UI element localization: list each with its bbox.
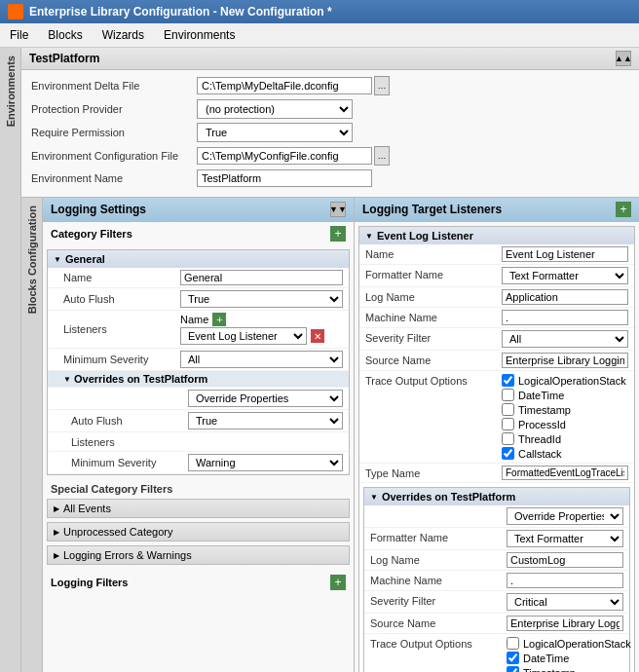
env-name-input[interactable] <box>197 169 372 187</box>
menu-wizards[interactable]: Wizards <box>93 25 154 45</box>
el-trace-timestamp-cb[interactable] <box>502 403 514 416</box>
special-unprocessed-header[interactable]: ▶ Unprocessed Category <box>48 523 349 541</box>
category-filters-title: Category Filters <box>51 228 132 240</box>
el-name-input[interactable] <box>502 246 628 262</box>
listener-remove-btn[interactable]: ✕ <box>311 329 324 343</box>
all-events-label: All Events <box>63 503 111 514</box>
general-minsev-select[interactable]: All <box>180 351 343 368</box>
overrides-type-select[interactable]: Override Properties <box>188 390 343 407</box>
general-minsev-row: Minimum Severity All <box>48 349 349 371</box>
env-config-browse[interactable]: … <box>374 146 390 166</box>
add-listener-btn[interactable]: + <box>212 313 226 326</box>
env-delta-row: Environment Delta File … <box>31 76 629 95</box>
logging-panel-header: Logging Settings ▼▼ <box>43 198 354 222</box>
el-logname-label: Log Name <box>365 289 502 303</box>
el-ov-type-value: Override Properties <box>507 507 623 525</box>
el-overrides-triangle: ▼ <box>370 493 378 502</box>
special-all-events-header[interactable]: ▶ All Events <box>48 500 349 517</box>
ov-listeners-row: Listeners <box>48 432 349 452</box>
el-ov-type-label <box>370 507 507 509</box>
el-ov-severity-label: Severity Filter <box>370 593 507 607</box>
overrides-header-row[interactable]: ▼ Overrides on TestPlatform <box>48 371 349 388</box>
general-section-header[interactable]: ▼ General <box>48 250 349 268</box>
general-autoflush-label: Auto Flush <box>63 293 180 305</box>
el-trace-logical-cb[interactable] <box>502 374 514 387</box>
environments-label: Environments <box>2 48 19 134</box>
el-name-label: Name <box>365 246 502 260</box>
general-section: ▼ General Name Auto Flush <box>47 249 350 475</box>
el-severity-select[interactable]: All <box>502 330 628 348</box>
logging-collapse-btn[interactable]: ▼▼ <box>330 202 346 217</box>
el-ov-formatter-row: Formatter Name Text Formatter <box>364 528 629 550</box>
logging-filters-header: Logging Filters + <box>43 571 354 594</box>
el-machine-input[interactable] <box>502 310 628 325</box>
el-source-input[interactable] <box>502 353 628 368</box>
el-typename-value <box>502 466 628 480</box>
el-ov-trace-label: Trace Output Options <box>370 636 507 650</box>
el-trace-processid: ProcessId <box>502 417 628 431</box>
el-ov-source-input[interactable] <box>507 616 623 631</box>
el-ov-machine-value <box>507 573 623 588</box>
menu-file[interactable]: File <box>0 25 38 45</box>
el-ov-trace-value: LogicalOperationStack DateTime Timestamp <box>507 636 631 672</box>
el-trace-callstack-cb[interactable] <box>502 447 514 460</box>
el-typename-input[interactable] <box>502 466 628 480</box>
el-ov-type-row: Override Properties <box>364 505 629 528</box>
el-trace-logical-label: LogicalOperationStack <box>518 375 626 387</box>
add-listener-panel-btn[interactable]: + <box>616 202 631 217</box>
el-overrides-header[interactable]: ▼ Overrides on TestPlatform <box>364 488 629 505</box>
el-ov-logname-input[interactable] <box>507 552 623 568</box>
el-trace-datetime: DateTime <box>502 388 628 402</box>
event-log-section-header[interactable]: ▼ Event Log Listener <box>359 227 634 244</box>
env-name-value <box>197 169 629 187</box>
menu-environments[interactable]: Environments <box>154 25 244 45</box>
el-typename-row: Type Name <box>359 464 634 483</box>
general-listeners-row: Listeners Name + Event Log Listener ✕ <box>48 311 349 349</box>
el-trace-threadid-cb[interactable] <box>502 432 514 445</box>
env-delta-browse[interactable]: … <box>374 76 390 95</box>
el-ov-trace-timestamp-cb[interactable] <box>507 666 519 672</box>
env-delta-value: … <box>197 76 629 95</box>
overrides-triangle: ▼ <box>63 375 71 384</box>
collapse-btn[interactable]: ▲▲ <box>616 51 631 66</box>
special-logging-errors-header[interactable]: ▶ Logging Errors & Warnings <box>48 546 349 564</box>
env-config-label: Environment Configuration File <box>31 150 197 162</box>
listener-select[interactable]: Event Log Listener <box>180 327 307 345</box>
el-formatter-row: Formatter Name Text Formatter <box>359 265 634 287</box>
ov-minsev-select[interactable]: Warning <box>188 454 343 471</box>
ov-autoflush-select[interactable]: True <box>188 412 343 429</box>
overrides-value-row: Override Properties <box>48 388 349 410</box>
el-ov-machine-input[interactable] <box>507 573 623 588</box>
el-ov-trace-timestamp: Timestamp <box>507 665 631 672</box>
el-trace-datetime-cb[interactable] <box>502 389 514 401</box>
env-config-input[interactable] <box>197 147 372 165</box>
env-delta-input[interactable] <box>197 77 372 94</box>
el-ov-trace-logical-cb[interactable] <box>507 637 519 650</box>
menu-blocks[interactable]: Blocks <box>38 25 92 45</box>
el-source-value <box>502 353 628 368</box>
menu-bar: File Blocks Wizards Environments <box>0 23 639 48</box>
general-minsev-value: All <box>180 351 343 368</box>
general-name-input[interactable] <box>180 270 343 285</box>
el-ov-formatter-select[interactable]: Text Formatter <box>507 530 623 547</box>
el-machine-row: Machine Name <box>359 308 634 328</box>
el-typename-label: Type Name <box>365 466 502 479</box>
env-permission-select[interactable]: True False <box>197 123 353 142</box>
el-logname-input[interactable] <box>502 289 628 305</box>
add-category-btn[interactable]: + <box>330 226 346 242</box>
el-trace-processid-cb[interactable] <box>502 418 514 430</box>
add-filter-btn[interactable]: + <box>330 575 346 590</box>
el-trace-threadid: ThreadId <box>502 431 628 446</box>
logging-filters-title: Logging Filters <box>51 577 128 588</box>
el-trace-processid-label: ProcessId <box>518 419 566 430</box>
el-ov-type-select[interactable]: Override Properties <box>507 507 623 525</box>
el-ov-severity-select[interactable]: Critical <box>507 593 623 611</box>
el-ov-trace-datetime-cb[interactable] <box>507 652 519 664</box>
el-severity-label: Severity Filter <box>365 330 502 344</box>
el-formatter-select[interactable]: Text Formatter <box>502 267 628 284</box>
env-form: Environment Delta File … Protection Prov… <box>21 70 639 197</box>
general-autoflush-select[interactable]: TrueFalse <box>180 290 343 308</box>
env-protection-select[interactable]: (no protection) <box>197 99 353 119</box>
ov-minsev-row: Minimum Severity Warning <box>48 452 349 474</box>
event-log-section: ▼ Event Log Listener Name Formatter Name <box>358 226 635 672</box>
